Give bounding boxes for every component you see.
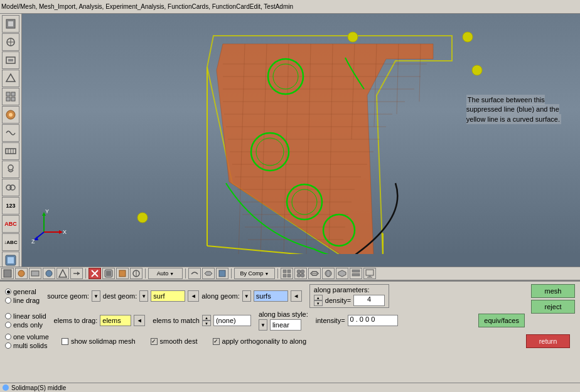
source-geom-dropdown-group: ▼ bbox=[92, 290, 100, 302]
show-solidmap-checkbox[interactable] bbox=[62, 338, 68, 345]
toolbar-delete-btn[interactable] bbox=[89, 268, 101, 279]
radio-general-circle[interactable] bbox=[5, 289, 11, 295]
bias-style-arrow[interactable]: ▼ bbox=[259, 319, 267, 331]
3d-viewport[interactable]: The surface between thissuppressed line … bbox=[22, 14, 580, 254]
sidebar-btn-5[interactable] bbox=[2, 88, 19, 105]
elems-to-drag-nav[interactable]: ◄ bbox=[134, 315, 145, 326]
radio-linear-solid[interactable]: linear solid bbox=[5, 312, 46, 320]
radio-line-drag[interactable]: line drag bbox=[5, 297, 40, 304]
toolbar-minus[interactable] bbox=[308, 268, 321, 279]
equiv-faces-button[interactable]: equiv/faces bbox=[478, 314, 525, 327]
toolbar-icon-4[interactable] bbox=[43, 268, 55, 279]
toolbar-grid-1[interactable] bbox=[281, 268, 293, 279]
bias-input[interactable]: linear bbox=[270, 319, 301, 331]
radio-multi-solids[interactable]: multi solids bbox=[5, 342, 49, 349]
dest-geom-dropdown-arrow[interactable]: ▼ bbox=[139, 290, 148, 302]
sidebar-btn-abc[interactable]: ABC bbox=[2, 215, 19, 233]
along-params-section: along parameters: ▲ ▼ density= 4 bbox=[309, 284, 389, 308]
svg-marker-82 bbox=[77, 272, 80, 275]
toolbar-icon-3[interactable] bbox=[29, 268, 41, 279]
along-geom-dropdown-arrow[interactable]: ▼ bbox=[242, 290, 251, 302]
svg-line-41 bbox=[260, 44, 267, 254]
elems-to-match-stepper[interactable]: ▲ ▼ bbox=[202, 315, 211, 326]
toolbar-grid-2[interactable] bbox=[294, 268, 307, 279]
density-up[interactable]: ▲ bbox=[314, 295, 323, 300]
toolbar-icon-2[interactable] bbox=[15, 268, 28, 279]
radio-line-drag-label: line drag bbox=[13, 297, 40, 304]
svg-point-79 bbox=[46, 270, 52, 277]
sidebar-btn-3[interactable] bbox=[2, 51, 19, 69]
radio-one-volume[interactable]: one volume bbox=[5, 333, 49, 341]
radio-one-volume-circle[interactable] bbox=[5, 334, 11, 340]
toolbar-shape-3[interactable] bbox=[216, 268, 228, 279]
sidebar-btn-4[interactable] bbox=[2, 70, 19, 87]
svg-rect-87 bbox=[119, 270, 126, 277]
toolbar-icon-7[interactable] bbox=[116, 268, 129, 279]
elems-match-up[interactable]: ▲ bbox=[202, 315, 211, 320]
radio-multi-solids-circle[interactable] bbox=[5, 342, 11, 349]
density-stepper[interactable]: ▲ ▼ bbox=[314, 295, 323, 306]
sidebar-btn-9[interactable] bbox=[2, 161, 19, 178]
status-bar: Solidmap(S) middle bbox=[0, 383, 580, 392]
auto-dropdown[interactable]: Auto ▼ bbox=[148, 268, 183, 279]
smooth-dest-checkbox-item[interactable]: ✓ smooth dest bbox=[151, 337, 198, 345]
radio-ends-only-circle[interactable] bbox=[5, 322, 11, 328]
toolbar-icon-5[interactable] bbox=[56, 268, 69, 279]
along-geom-nav[interactable]: ◄ bbox=[291, 290, 302, 302]
show-solidmap-checkbox-item[interactable]: show solidmap mesh bbox=[62, 337, 136, 345]
elems-to-drag-input[interactable]: elems bbox=[100, 315, 131, 326]
toolbar-grid-3[interactable] bbox=[350, 268, 362, 279]
toolbar-icon-1[interactable] bbox=[1, 268, 14, 279]
toolbar-sphere[interactable] bbox=[322, 268, 335, 279]
sidebar-btn-1[interactable] bbox=[2, 15, 19, 33]
sidebar-btn-7[interactable] bbox=[2, 124, 19, 142]
svg-rect-86 bbox=[106, 271, 111, 276]
radio-line-drag-circle[interactable] bbox=[5, 297, 11, 304]
sidebar-btn-8[interactable] bbox=[2, 142, 19, 160]
sidebar-btn-abc-down[interactable]: ↓ABC bbox=[2, 233, 19, 251]
toolbar-shape-1[interactable] bbox=[188, 268, 201, 279]
toolbar-monitor[interactable] bbox=[363, 268, 376, 279]
toolbar-icon-8[interactable] bbox=[130, 268, 142, 279]
elems-match-down[interactable]: ▼ bbox=[202, 320, 211, 326]
toolbar-sep-4 bbox=[231, 268, 232, 278]
along-geom-input[interactable]: surfs bbox=[254, 290, 288, 302]
radio-general[interactable]: general bbox=[5, 288, 40, 295]
source-geom-dropdown-arrow[interactable]: ▼ bbox=[92, 290, 100, 302]
along-geom-label: along geom: bbox=[201, 292, 240, 300]
toolbar-shape-2[interactable] bbox=[202, 268, 215, 279]
sidebar-btn-6[interactable] bbox=[2, 106, 19, 124]
intensity-input[interactable]: 0 . 0 0 0 bbox=[348, 315, 398, 326]
elems-to-match-label: elems to match bbox=[153, 317, 200, 324]
by-comp-dropdown[interactable]: By Comp ▼ bbox=[234, 268, 275, 279]
sidebar-btn-123[interactable]: 123 bbox=[2, 197, 19, 215]
elems-to-match-input[interactable]: (none) bbox=[213, 315, 251, 326]
density-down[interactable]: ▼ bbox=[314, 300, 323, 306]
smooth-dest-checkbox[interactable]: ✓ bbox=[151, 338, 158, 345]
sidebar-btn-2[interactable] bbox=[2, 33, 19, 51]
svg-text:Z: Z bbox=[31, 238, 35, 245]
toolbar-icon-6[interactable] bbox=[102, 268, 115, 279]
svg-line-42 bbox=[284, 44, 289, 254]
radio-linear-solid-circle[interactable] bbox=[5, 313, 11, 319]
toolbar-sep-1 bbox=[85, 268, 86, 278]
apply-ortho-checkbox[interactable]: ✓ bbox=[213, 338, 220, 345]
reject-button[interactable]: reject bbox=[531, 300, 575, 314]
svg-marker-24 bbox=[217, 44, 433, 254]
radio-ends-only[interactable]: ends only bbox=[5, 321, 46, 329]
along-bias-group: along bias style: ▼ linear bbox=[259, 310, 308, 331]
toolbar-icon-arrow[interactable] bbox=[70, 268, 83, 279]
density-input[interactable]: 4 bbox=[353, 295, 385, 306]
dest-geom-nav[interactable]: ◄ bbox=[188, 290, 199, 302]
sidebar-btn-10[interactable] bbox=[2, 179, 19, 196]
apply-ortho-checkbox-item[interactable]: ✓ apply orthogonality to along bbox=[213, 337, 307, 345]
dest-geom-input[interactable]: surf bbox=[151, 290, 185, 302]
svg-rect-11 bbox=[11, 97, 15, 101]
svg-point-13 bbox=[9, 113, 13, 117]
toolbar-block[interactable] bbox=[336, 268, 348, 279]
svg-point-56 bbox=[348, 32, 358, 42]
mesh-button[interactable]: mesh bbox=[531, 284, 575, 298]
return-button[interactable]: return bbox=[526, 334, 570, 348]
svg-rect-6 bbox=[8, 59, 13, 61]
svg-rect-76 bbox=[4, 270, 11, 277]
